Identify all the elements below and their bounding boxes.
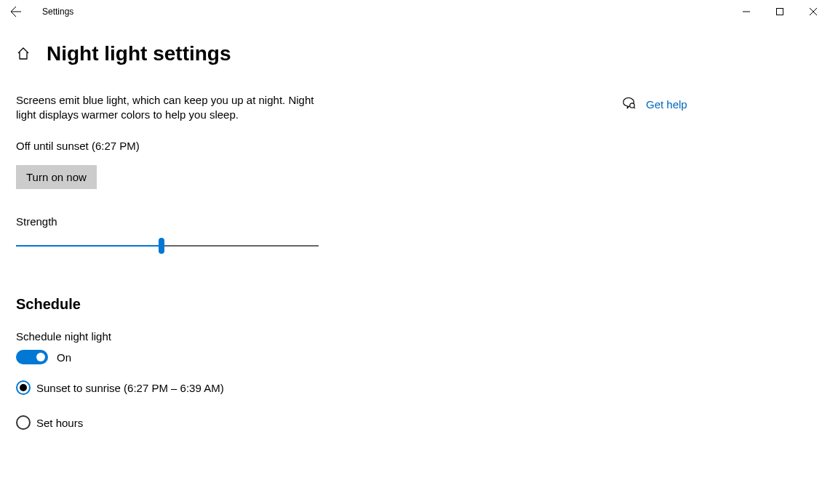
page-title: Night light settings — [47, 42, 231, 65]
arrow-left-icon — [10, 6, 22, 17]
radio-button-icon — [16, 415, 31, 430]
slider-thumb[interactable] — [159, 238, 164, 254]
toggle-knob — [36, 353, 45, 361]
strength-slider[interactable] — [16, 238, 319, 255]
close-icon — [810, 8, 817, 15]
description-text: Screens emit blue light, which can keep … — [16, 93, 336, 122]
schedule-heading: Schedule — [16, 296, 407, 313]
turn-on-now-button[interactable]: Turn on now — [16, 165, 97, 189]
home-icon — [16, 47, 31, 61]
home-button[interactable] — [16, 47, 31, 61]
schedule-toggle[interactable] — [16, 350, 48, 364]
close-button[interactable] — [797, 0, 830, 23]
radio-set-hours[interactable]: Set hours — [16, 415, 407, 430]
slider-fill — [16, 245, 161, 247]
titlebar-left: Settings — [0, 0, 73, 23]
radio-sunset-to-sunrise[interactable]: Sunset to sunrise (6:27 PM – 6:39 AM) — [16, 380, 407, 395]
radio-label: Set hours — [36, 417, 83, 429]
window-controls — [730, 0, 830, 23]
help-icon — [623, 97, 636, 111]
schedule-toggle-row: On — [16, 350, 407, 364]
svg-point-4 — [630, 103, 634, 108]
titlebar: Settings — [0, 0, 830, 23]
help-link-text: Get help — [646, 98, 687, 111]
schedule-toggle-state: On — [57, 351, 71, 364]
back-button[interactable] — [0, 0, 32, 23]
minimize-icon — [743, 8, 750, 15]
svg-line-5 — [634, 107, 635, 108]
maximize-button[interactable] — [763, 0, 797, 23]
strength-label: Strength — [16, 215, 407, 228]
radio-button-icon — [16, 380, 31, 395]
svg-rect-1 — [777, 9, 783, 15]
radio-label: Sunset to sunrise (6:27 PM – 6:39 AM) — [36, 382, 224, 394]
app-title: Settings — [42, 7, 73, 17]
get-help-link[interactable]: Get help — [623, 97, 687, 111]
main-content: Screens emit blue light, which can keep … — [0, 65, 407, 430]
radio-dot — [20, 384, 27, 391]
maximize-icon — [776, 8, 783, 15]
page-header: Night light settings — [0, 23, 830, 65]
side-panel: Get help — [623, 65, 687, 111]
status-text: Off until sunset (6:27 PM) — [16, 140, 407, 152]
minimize-button[interactable] — [730, 0, 763, 23]
schedule-toggle-label: Schedule night light — [16, 330, 407, 343]
